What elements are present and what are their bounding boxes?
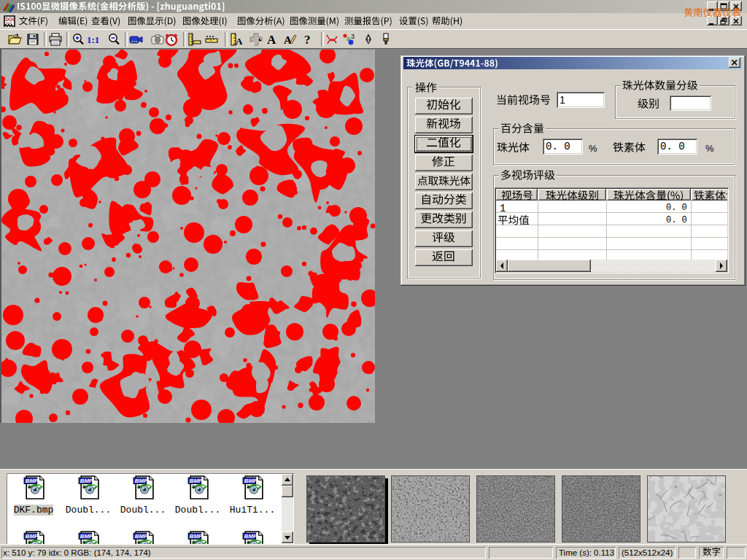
svg-text:A: A — [267, 33, 276, 47]
svg-text:?: ? — [304, 33, 311, 47]
svg-text:DOC: DOC — [5, 17, 15, 22]
svg-text:1:1: 1:1 — [87, 34, 99, 45]
svg-text:A: A — [236, 36, 243, 47]
svg-text:3: 3 — [351, 33, 355, 40]
svg-text:A: A — [284, 34, 292, 46]
